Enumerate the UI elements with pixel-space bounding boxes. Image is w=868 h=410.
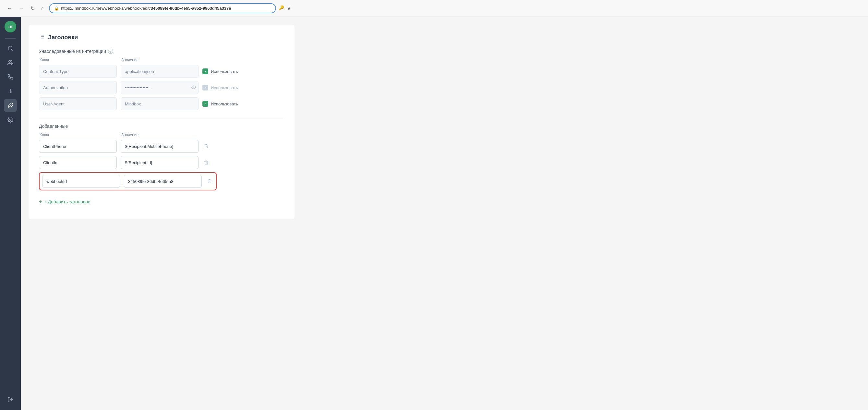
- plus-icon: +: [39, 199, 42, 205]
- sidebar-item-integrations[interactable]: [4, 99, 17, 112]
- inherited-row-authorization: ✓ Использовать: [39, 81, 284, 94]
- content-type-checkbox[interactable]: ✓: [203, 68, 208, 74]
- inherited-row-content-type: ✓ Использовать: [39, 65, 284, 78]
- forward-button[interactable]: →: [17, 4, 26, 13]
- delete-client-phone-button[interactable]: [203, 143, 210, 150]
- help-icon[interactable]: ?: [108, 49, 113, 54]
- sidebar-item-analytics[interactable]: [4, 85, 17, 98]
- added-row-client-id: [39, 156, 284, 169]
- content-type-use-label[interactable]: ✓ Использовать: [203, 68, 238, 74]
- sidebar: m: [0, 17, 21, 410]
- authorization-value-wrapper: [121, 81, 198, 94]
- inherited-row-user-agent: ✓ Использовать: [39, 97, 284, 110]
- svg-point-8: [10, 119, 11, 121]
- section-header: Заголовки: [39, 34, 284, 41]
- home-button[interactable]: ⌂: [39, 4, 46, 13]
- list-icon: [39, 34, 45, 41]
- authorization-key-input: [39, 81, 117, 94]
- add-header-button[interactable]: + + Добавить заголовок: [39, 197, 90, 206]
- authorization-checkbox[interactable]: ✓: [203, 85, 208, 91]
- webhook-id-value-input[interactable]: [124, 175, 202, 188]
- added-key-col-header: Ключ: [39, 133, 117, 137]
- svg-point-16: [193, 87, 194, 88]
- value-col-header: Значение: [121, 58, 199, 62]
- user-agent-checkbox[interactable]: ✓: [203, 101, 208, 107]
- content-area: Заголовки Унаследованные из интеграции ?…: [21, 17, 868, 410]
- add-header-wrapper: + + Добавить заголовок: [39, 197, 284, 206]
- client-phone-value-input[interactable]: [121, 140, 198, 153]
- authorization-use-label[interactable]: ✓ Использовать: [203, 85, 238, 91]
- card: Заголовки Унаследованные из интеграции ?…: [29, 25, 294, 219]
- key-icon: 🔑: [279, 5, 284, 11]
- client-phone-key-input[interactable]: [39, 140, 117, 153]
- url-text: https://.mindbox.ru/newwebhooks/webhook/…: [61, 6, 271, 11]
- content-type-key-input: [39, 65, 117, 78]
- sidebar-item-campaigns[interactable]: [4, 70, 17, 83]
- user-agent-use-label[interactable]: ✓ Использовать: [203, 101, 238, 107]
- user-agent-key-input: [39, 97, 117, 110]
- delete-client-id-button[interactable]: [203, 159, 210, 166]
- inherited-subsection-title: Унаследованные из интеграции ?: [39, 49, 284, 54]
- user-agent-value-wrapper: [121, 97, 198, 110]
- key-col-header: Ключ: [39, 58, 117, 62]
- toggle-visibility-button[interactable]: [191, 85, 196, 91]
- lock-icon: 🔒: [54, 6, 59, 11]
- content-type-value-wrapper: [121, 65, 198, 78]
- sidebar-bottom: [4, 393, 17, 406]
- address-bar-icons: 🔑 ★: [279, 5, 291, 11]
- added-row-client-phone: [39, 140, 284, 153]
- bookmark-button[interactable]: ★: [287, 5, 291, 11]
- back-button[interactable]: ←: [5, 4, 14, 13]
- sidebar-divider: [5, 38, 16, 39]
- svg-point-2: [9, 60, 11, 62]
- authorization-value-input: [121, 81, 198, 94]
- sidebar-item-logout[interactable]: [4, 393, 17, 406]
- content-type-value-input: [121, 65, 198, 78]
- browser-chrome: ← → ↻ ⌂ 🔒 https://.mindbox.ru/newwebhook…: [0, 0, 868, 17]
- reload-button[interactable]: ↻: [29, 4, 37, 13]
- added-subsection-title: Добавленные: [39, 124, 284, 129]
- address-bar[interactable]: 🔒 https://.mindbox.ru/newwebhooks/webhoo…: [49, 3, 276, 13]
- svg-point-0: [8, 46, 12, 50]
- user-agent-value-input: [121, 97, 198, 110]
- webhook-id-key-input[interactable]: [42, 175, 120, 188]
- sidebar-item-search[interactable]: [4, 42, 17, 55]
- added-row-webhook-id: [39, 172, 217, 190]
- client-id-value-input[interactable]: [121, 156, 198, 169]
- inherited-col-headers: Ключ Значение: [39, 58, 284, 62]
- sidebar-item-users[interactable]: [4, 56, 17, 69]
- svg-line-1: [11, 49, 12, 50]
- added-value-col-header: Значение: [121, 133, 199, 137]
- delete-webhook-id-button[interactable]: [206, 178, 213, 185]
- section-title: Заголовки: [48, 34, 78, 41]
- section-divider: [39, 117, 284, 117]
- client-id-key-input[interactable]: [39, 156, 117, 169]
- main-layout: m: [0, 17, 868, 410]
- avatar[interactable]: m: [4, 21, 16, 32]
- added-col-headers: Ключ Значение: [39, 133, 284, 137]
- sidebar-item-settings[interactable]: [4, 113, 17, 126]
